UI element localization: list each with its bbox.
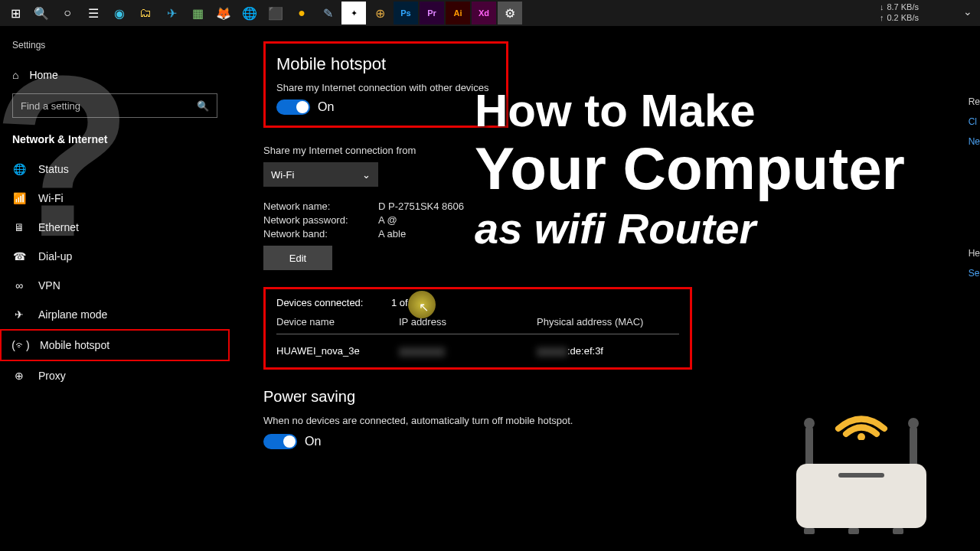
- search-icon: 🔍: [197, 100, 209, 112]
- device-ip: [399, 345, 537, 357]
- hotspot-toggle[interactable]: [276, 99, 310, 115]
- col-device-name: Device name: [276, 316, 399, 328]
- home-nav[interactable]: ⌂ Home: [0, 61, 230, 89]
- ethernet-icon: 🖥: [12, 221, 26, 233]
- chevron-down-icon: ⌄: [362, 169, 371, 181]
- sidebar-item-vpn[interactable]: ∞VPN: [0, 271, 230, 300]
- sidebar-item-ethernet[interactable]: 🖥Ethernet: [0, 213, 230, 242]
- net-down: 8.7 KB/s: [887, 2, 919, 12]
- search-input[interactable]: Find a setting 🔍: [12, 93, 217, 118]
- net-up: 0.2 KB/s: [887, 12, 919, 23]
- net-name-value: D P-2751SK4 8606: [378, 201, 464, 212]
- firefox-icon[interactable]: 🦊: [211, 2, 236, 24]
- vpn-icon: ∞: [12, 279, 26, 292]
- home-icon: ⌂: [12, 69, 18, 81]
- sidebar-item-hotspot[interactable]: (ᯤ)Mobile hotspot: [0, 329, 230, 361]
- table-row: HUAWEI_nova_3e :de:ef:3f: [276, 334, 679, 357]
- settings-sidebar: ? Settings ⌂ Home Find a setting 🔍 Netwo…: [0, 26, 230, 551]
- premiere-icon[interactable]: Pr: [420, 2, 444, 24]
- home-label: Home: [29, 69, 57, 81]
- share-from-label: Share my Internet connection from: [263, 145, 980, 156]
- network-info: Network name:D P-2751SK4 8606 Network pa…: [263, 201, 980, 240]
- photoshop-icon[interactable]: Ps: [394, 2, 418, 24]
- chrome-icon[interactable]: 🌐: [237, 2, 262, 24]
- xd-icon[interactable]: Xd: [472, 2, 496, 24]
- edit-button[interactable]: Edit: [263, 246, 332, 270]
- taskview-icon[interactable]: ☰: [81, 2, 106, 24]
- net-pass-label: Network password:: [263, 214, 355, 226]
- sidebar-item-dialup[interactable]: ☎Dial-up: [0, 242, 230, 271]
- device-mac: :de:ef:3f: [537, 345, 679, 357]
- power-saving-sub: When no devices are connected, automatic…: [263, 415, 980, 426]
- wifi-icon: 📶: [12, 192, 26, 204]
- app-icon[interactable]: ✦: [341, 2, 366, 24]
- network-stats: ↓8.7 KB/s ↑0.2 KB/s: [880, 2, 919, 23]
- powersave-label: On: [305, 435, 321, 448]
- illustrator-icon[interactable]: Ai: [446, 2, 470, 24]
- search-icon[interactable]: 🔍: [29, 2, 54, 24]
- right-panel-truncated: Re Cl Ne He Se: [969, 92, 980, 283]
- globe-icon: 🌐: [12, 163, 26, 175]
- net-band-value: A able: [378, 228, 406, 240]
- settings-icon[interactable]: ⚙: [498, 2, 522, 24]
- power-saving-title: Power saving: [263, 388, 980, 406]
- sidebar-item-airplane[interactable]: ✈Airplane mode: [0, 300, 230, 329]
- start-button[interactable]: ⊞: [3, 2, 28, 24]
- app-icon[interactable]: ▦: [185, 2, 210, 24]
- settings-title: Settings: [0, 35, 230, 61]
- net-pass-value: A @: [378, 214, 397, 226]
- app-icon[interactable]: ●: [289, 2, 314, 24]
- upload-icon: ↑: [880, 12, 884, 23]
- net-band-label: Network band:: [263, 228, 355, 240]
- download-icon: ↓: [880, 2, 884, 12]
- sidebar-item-wifi[interactable]: 📶Wi-Fi: [0, 184, 230, 213]
- proxy-icon: ⊕: [12, 370, 26, 382]
- search-placeholder: Find a setting: [21, 100, 80, 112]
- main-content: Mobile hotspot Share my Internet connect…: [230, 26, 980, 551]
- camtasia-icon[interactable]: ⬛: [263, 2, 288, 24]
- hotspot-subtitle: Share my Internet connection with other …: [276, 82, 491, 93]
- telegram-icon[interactable]: ✈: [159, 2, 184, 24]
- hotspot-icon: (ᯤ): [14, 339, 28, 351]
- share-from-dropdown[interactable]: Wi-Fi ⌄: [263, 162, 378, 187]
- app-icon[interactable]: ✎: [315, 2, 340, 24]
- explorer-icon[interactable]: 🗂: [133, 2, 158, 24]
- dropdown-value: Wi-Fi: [271, 169, 294, 181]
- app-icon[interactable]: ⊕: [368, 2, 392, 24]
- devices-connected-label: Devices connected:: [276, 297, 368, 308]
- taskbar: ⊞ 🔍 ○ ☰ ◉ 🗂 ✈ ▦ 🦊 🌐 ⬛ ● ✎ ✦ ⊕ Ps Pr Ai X…: [0, 0, 980, 26]
- devices-highlight-box: ↖ Devices connected: 1 of 8 Device name …: [263, 287, 692, 370]
- devices-table-header: Device name IP address Physical address …: [276, 316, 679, 334]
- airplane-icon: ✈: [12, 308, 26, 321]
- sidebar-item-status[interactable]: 🌐Status: [0, 155, 230, 184]
- hotspot-highlight-box: Mobile hotspot Share my Internet connect…: [263, 41, 508, 128]
- section-header: Network & Internet: [0, 127, 230, 155]
- toggle-label: On: [318, 100, 334, 114]
- cursor-icon: ↖: [419, 300, 429, 315]
- dialup-icon: ☎: [12, 250, 26, 262]
- col-mac: Physical address (MAC): [537, 316, 679, 328]
- powersave-toggle[interactable]: [263, 434, 297, 449]
- device-name: HUAWEI_nova_3e: [276, 345, 399, 357]
- net-name-label: Network name:: [263, 201, 355, 212]
- cortana-icon[interactable]: ○: [55, 2, 80, 24]
- sidebar-item-proxy[interactable]: ⊕Proxy: [0, 361, 230, 390]
- page-title: Mobile hotspot: [276, 54, 491, 74]
- edge-icon[interactable]: ◉: [107, 2, 132, 24]
- tray-chevron-icon[interactable]: ⌄: [963, 5, 972, 18]
